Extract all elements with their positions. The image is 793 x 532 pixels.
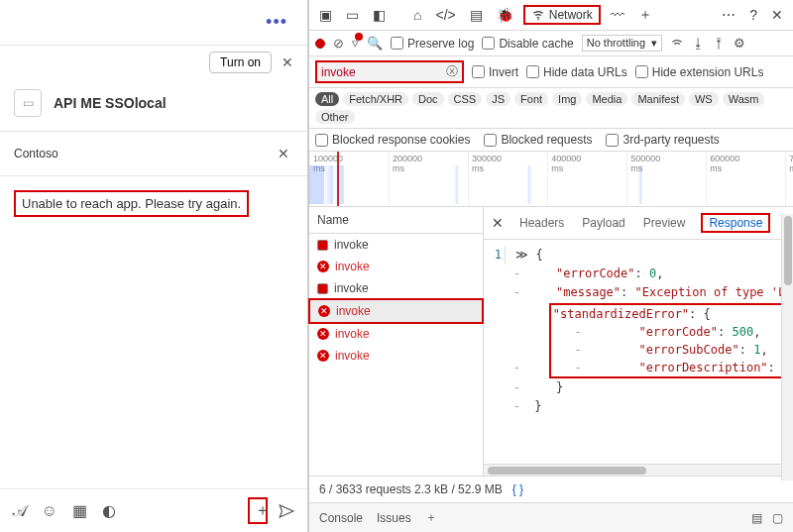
inspect-icon[interactable]: ▣	[315, 5, 336, 25]
hide-ext-urls-checkbox[interactable]: Hide extension URLs	[635, 65, 764, 79]
dock-icon[interactable]: ◧	[369, 5, 390, 25]
type-chip-doc[interactable]: Doc	[412, 92, 444, 106]
export-icon[interactable]: ⭱	[713, 36, 726, 51]
settings-icon[interactable]: ⚙	[734, 36, 745, 51]
more-icon[interactable]: •••	[266, 12, 287, 33]
hide-data-urls-checkbox[interactable]: Hide data URLs	[526, 65, 627, 79]
turn-on-button[interactable]: Turn on	[209, 52, 272, 73]
request-list: Name invoke✕invokeinvoke✕invoke✕invoke✕i…	[309, 207, 484, 476]
close-devtools-icon[interactable]: ✕	[767, 5, 787, 25]
search-icon[interactable]: 🔍	[367, 36, 383, 51]
type-chip-other[interactable]: Other	[315, 110, 355, 124]
type-chip-font[interactable]: Font	[514, 92, 548, 106]
blocked-requests-checkbox[interactable]: Blocked requests	[484, 133, 592, 147]
more-tools-icon[interactable]: ⋯	[718, 5, 739, 25]
turn-on-row: Turn on ✕	[0, 46, 307, 83]
device-icon[interactable]: ▭	[342, 5, 363, 25]
vertical-scrollbar[interactable]	[781, 214, 793, 480]
network-timeline[interactable]: 100000 ms200000 ms300000 ms400000 ms5000…	[309, 152, 793, 207]
close-detail-icon[interactable]: ✕	[492, 215, 504, 231]
send-icon[interactable]	[278, 502, 297, 520]
welcome-icon[interactable]: ⌂	[409, 5, 425, 25]
request-name: invoke	[334, 238, 369, 252]
drawer-add-icon[interactable]: ＋	[425, 509, 437, 526]
filter-icon[interactable]: ▿	[352, 36, 359, 51]
help-icon[interactable]: ?	[745, 5, 761, 25]
request-row[interactable]: invoke	[309, 277, 483, 299]
drawer-tabs: Console Issues ＋ ▤ ▢	[309, 502, 793, 532]
type-chip-js[interactable]: JS	[486, 92, 510, 106]
request-row[interactable]: ✕invoke	[309, 345, 483, 367]
drawer-console-tab[interactable]: Console	[319, 511, 363, 525]
request-name: invoke	[335, 349, 370, 363]
status-error-icon: ✕	[317, 328, 329, 340]
emoji-icon[interactable]: ☺	[40, 502, 59, 520]
request-row[interactable]: invoke	[309, 234, 483, 256]
status-ok-icon	[317, 283, 328, 294]
elements-icon[interactable]: </>	[431, 5, 459, 25]
record-icon[interactable]	[315, 39, 325, 49]
request-name: invoke	[334, 281, 369, 295]
type-chip-ws[interactable]: WS	[689, 92, 719, 106]
tab-response[interactable]: Response	[701, 213, 770, 233]
drawer-issues-tab[interactable]: Issues	[377, 511, 411, 525]
request-row[interactable]: ✕invoke	[309, 256, 483, 277]
tab-preview[interactable]: Preview	[641, 214, 688, 232]
filter-input[interactable]: invoke ⓧ	[315, 60, 464, 83]
close-icon[interactable]: ✕	[278, 53, 297, 72]
error-row: Unable to reach app. Please try again.	[0, 176, 307, 231]
network-conditions-icon[interactable]	[670, 37, 684, 51]
response-body[interactable]: 1 ≫ { - "errorCode": 0, - "message": "Ex…	[484, 240, 793, 464]
request-row[interactable]: ✕invoke	[309, 323, 483, 345]
type-chip-img[interactable]: Img	[552, 92, 582, 106]
import-icon[interactable]: ⭳	[692, 36, 705, 51]
tab-network-label: Network	[549, 8, 593, 22]
tab-payload[interactable]: Payload	[580, 214, 626, 232]
preserve-log-checkbox[interactable]: Preserve log	[391, 37, 474, 51]
status-text: 6 / 3633 requests 2.3 kB / 52.9 MB	[319, 482, 503, 496]
drawer-expand-icon[interactable]: ▢	[772, 511, 783, 525]
status-error-icon: ✕	[318, 305, 330, 317]
message-compose-panel: ••• Turn on ✕ ▭ API ME SSOlocal Contoso …	[0, 0, 309, 532]
type-chip-media[interactable]: Media	[586, 92, 627, 106]
type-chip-css[interactable]: CSS	[448, 92, 483, 106]
tab-network[interactable]: Network	[523, 5, 601, 25]
add-tab-icon[interactable]: ＋	[634, 4, 656, 26]
tab-headers[interactable]: Headers	[517, 214, 566, 232]
braces-icon[interactable]: { }	[512, 482, 523, 496]
disable-cache-checkbox[interactable]: Disable cache	[482, 37, 573, 51]
type-chip-wasm[interactable]: Wasm	[723, 92, 765, 106]
network-toolbar: ⊘ ▿ 🔍 Preserve log Disable cache No thro…	[309, 31, 793, 56]
horizontal-scrollbar[interactable]	[484, 464, 793, 476]
clear-filter-icon[interactable]: ⓧ	[446, 63, 458, 80]
devtools-main-toolbar: ▣ ▭ ◧ ⌂ </> ▤ 🐞 Network 〰 ＋ ⋯ ? ✕	[309, 0, 793, 31]
request-name: invoke	[336, 304, 371, 318]
console-icon[interactable]: ▤	[466, 5, 487, 25]
contoso-row: Contoso ✕	[0, 132, 307, 176]
name-header: Name	[309, 207, 483, 234]
contoso-label: Contoso	[14, 147, 58, 160]
request-row[interactable]: ✕invoke	[308, 298, 484, 324]
performance-icon[interactable]: 〰	[607, 5, 628, 25]
loop-icon[interactable]: ◐	[99, 501, 119, 520]
status-ok-icon	[317, 240, 328, 251]
drawer-errors-icon[interactable]: ▤	[751, 511, 762, 525]
throttling-select[interactable]: No throttling ▾	[582, 35, 662, 52]
invert-checkbox[interactable]: Invert	[472, 65, 518, 79]
network-status-bar: 6 / 3633 requests 2.3 kB / 52.9 MB { }	[309, 476, 793, 502]
error-message: Unable to reach app. Please try again.	[14, 190, 249, 217]
clear-icon[interactable]: ⊘	[333, 36, 344, 51]
blocked-cookies-checkbox[interactable]: Blocked response cookies	[315, 133, 470, 147]
type-chip-all[interactable]: All	[315, 92, 339, 106]
type-filter-row: AllFetch/XHRDocCSSJSFontImgMediaManifest…	[309, 88, 793, 129]
close-section-icon[interactable]: ✕	[274, 144, 293, 163]
format-icon[interactable]: 𝒜	[10, 502, 30, 520]
third-party-checkbox[interactable]: 3rd-party requests	[606, 133, 719, 147]
type-chip-fetchxhr[interactable]: Fetch/XHR	[343, 92, 408, 106]
sources-icon[interactable]: 🐞	[493, 5, 517, 25]
status-error-icon: ✕	[317, 261, 329, 272]
app-icon: ▭	[14, 89, 42, 117]
type-chip-manifest[interactable]: Manifest	[631, 92, 685, 106]
gif-icon[interactable]: ▦	[69, 501, 89, 520]
add-extension-button[interactable]: ＋	[248, 497, 268, 524]
